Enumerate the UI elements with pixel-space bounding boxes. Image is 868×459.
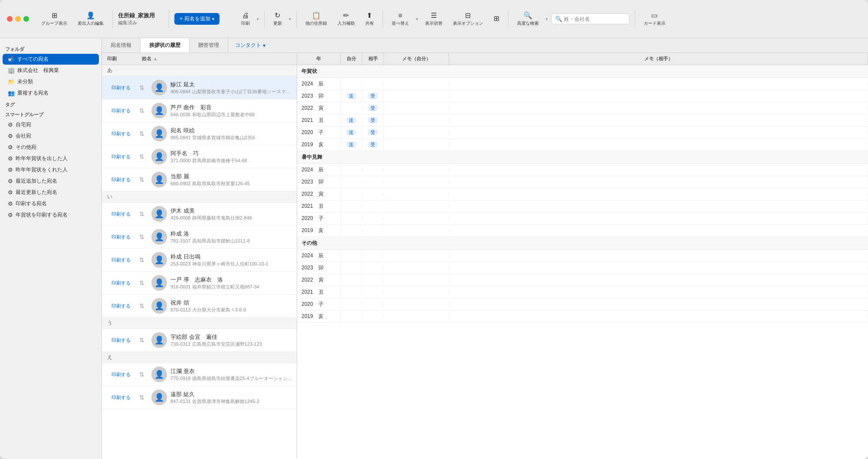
close-button[interactable] (7, 16, 13, 22)
print-btn-8[interactable]: 印刷する (106, 257, 136, 263)
memo-self-cell[interactable] (384, 168, 449, 172)
memo-other-cell[interactable] (449, 302, 868, 307)
sort-handle-8[interactable]: ⇅ (139, 256, 148, 263)
sidebar-item-all[interactable]: 📬 すべての宛名 (3, 54, 99, 65)
memo-other-cell[interactable] (449, 315, 868, 319)
display-options-button[interactable]: ⊟ 表示オプション (449, 10, 487, 28)
table-row[interactable]: 2019 亥 送 受 (297, 139, 868, 151)
memo-other-cell[interactable] (449, 192, 868, 197)
input-assist-button[interactable]: ✏ 入力補助 (334, 10, 358, 28)
sort-handle-7[interactable]: ⇅ (139, 233, 148, 240)
memo-other-cell[interactable] (449, 216, 868, 221)
table-row[interactable]: 2019 亥 (297, 311, 868, 323)
memo-other-cell[interactable] (449, 118, 868, 123)
sidebar-item-duplicate[interactable]: 👥 重複する宛名 (3, 88, 99, 98)
add-address-button[interactable]: + 宛名を追加 ▾ (174, 13, 219, 25)
print-btn-7[interactable]: 印刷する (106, 234, 136, 240)
sort-handle-9[interactable]: ⇅ (139, 279, 148, 286)
table-row[interactable]: 2021 丑 送 受 (297, 115, 868, 127)
group-display-button[interactable]: ⊞ グループ表示 (38, 10, 71, 28)
table-row[interactable]: 2021 丑 (297, 286, 868, 298)
memo-self-cell[interactable] (384, 290, 449, 295)
memo-self-cell[interactable] (384, 106, 449, 111)
contact-item-8[interactable]: 印刷する ⇅ 👤 粋成 日出鳴 253-0023 神奈川県茅ヶ崎市住人住町100… (102, 249, 297, 272)
print-btn-10[interactable]: 印刷する (106, 303, 136, 309)
tab-gift-management[interactable]: 贈答管理 (190, 38, 228, 52)
print-btn-1[interactable]: 印刷する (106, 85, 136, 91)
table-row[interactable]: 2024 辰 (297, 164, 868, 176)
sidebar-item-recently-updated[interactable]: ⚙ 最近更新した宛名 (3, 187, 99, 198)
contact-item-10[interactable]: 印刷する ⇅ 👤 祝井 頌 870-0113 大分県大分市家島々3-6-9 (102, 295, 297, 318)
fullscreen-button[interactable] (23, 16, 29, 22)
table-row[interactable]: 2024 辰 (297, 78, 868, 90)
print-btn-12[interactable]: 印刷する (106, 371, 136, 378)
sort-handle-2[interactable]: ⇅ (139, 107, 148, 114)
table-row[interactable]: 2021 丑 (297, 200, 868, 213)
contact-item-11[interactable]: 印刷する ⇅ 👤 宇絵部 会宜 遍佳 739-0311 広島県広島市安芸区瀬野1… (102, 329, 297, 352)
memo-self-cell[interactable] (384, 192, 449, 197)
print-button[interactable]: 🖨 印刷 (238, 10, 253, 28)
table-row[interactable]: 2020 子 (297, 213, 868, 225)
update-button[interactable]: ↻ 更新 (270, 10, 285, 28)
memo-other-cell[interactable] (449, 168, 868, 172)
memo-self-cell[interactable] (384, 180, 449, 184)
contact-item-4[interactable]: 印刷する ⇅ 👤 阿手名 巧 371-0000 群馬県前橋市後棟干54-68 (102, 145, 297, 168)
memo-self-cell[interactable] (384, 118, 449, 123)
sort-handle-6[interactable]: ⇅ (139, 210, 148, 217)
sidebar-item-home[interactable]: ⚙ 自宅宛 (3, 119, 99, 130)
contact-item-12[interactable]: 印刷する ⇅ 👤 江瀾 亜衣 770-0918 徳島県徳島市紺屋番染25-4ブル… (102, 363, 297, 386)
table-row[interactable]: 2023 卯 (297, 176, 868, 188)
memo-self-cell[interactable] (384, 302, 449, 307)
memo-self-cell[interactable] (384, 82, 449, 86)
minimize-button[interactable] (15, 16, 21, 22)
print-btn-5[interactable]: 印刷する (106, 177, 136, 183)
display-options-bar-button[interactable]: ⊞ 表示オプション (490, 13, 503, 25)
table-row[interactable]: 2019 亥 (297, 225, 868, 237)
card-display-button[interactable]: ▭ カード表示 (640, 10, 669, 28)
sidebar-item-other-smart[interactable]: ⚙ その他宛 (3, 142, 99, 153)
sidebar-item-newyear-print[interactable]: ⚙ 年賀状を印刷する宛名 (3, 210, 99, 220)
print-btn-9[interactable]: 印刷する (106, 280, 136, 286)
table-row[interactable]: 2023 卯 送 受 (297, 90, 868, 102)
memo-other-cell[interactable] (449, 82, 868, 86)
sidebar-item-uncategorized[interactable]: 📁 未分類 (3, 76, 99, 87)
print-btn-11[interactable]: 印刷する (106, 337, 136, 344)
contact-item-5[interactable]: 印刷する ⇅ 👤 当那 麗 680-0902 鳥取県鳥取市秋実量126-45 (102, 168, 297, 191)
memo-self-cell[interactable] (384, 266, 449, 270)
sort-handle-3[interactable]: ⇅ (139, 130, 148, 137)
print-btn-2[interactable]: 印刷する (106, 108, 136, 114)
print-btn-6[interactable]: 印刷する (106, 211, 136, 217)
sort-handle-11[interactable]: ⇅ (139, 337, 148, 344)
contact-item-2[interactable]: 印刷する ⇅ 👤 芦戸 曲作 彩音 646-0036 和歌山県田辺市上屋敷老中8… (102, 99, 297, 122)
sort-handle-4[interactable]: ⇅ (139, 153, 148, 160)
memo-other-cell[interactable] (449, 204, 868, 209)
memo-other-cell[interactable] (449, 254, 868, 258)
print-btn-3[interactable]: 印刷する (106, 131, 136, 137)
memo-self-cell[interactable] (384, 229, 449, 233)
memo-self-cell[interactable] (384, 131, 449, 135)
print-btn-4[interactable]: 印刷する (106, 154, 136, 160)
table-row[interactable]: 2022 寅 (297, 274, 868, 286)
sort-button[interactable]: ≡ 並べ替え (388, 10, 413, 28)
sort-handle-5[interactable]: ⇅ (139, 176, 148, 183)
contact-item-7[interactable]: 印刷する ⇅ 👤 粋成 洛 781-3107 高知県高知市鑓鮒山1011-8 (102, 226, 297, 249)
memo-other-cell[interactable] (449, 143, 868, 147)
tab-address-info[interactable]: 宛名情報 (102, 38, 141, 52)
memo-other-cell[interactable] (449, 131, 868, 135)
sidebar-item-print[interactable]: ⚙ 印刷する宛名 (3, 198, 99, 209)
sort-handle-1[interactable]: ⇅ (139, 84, 148, 91)
memo-self-cell[interactable] (384, 143, 449, 147)
memo-other-cell[interactable] (449, 278, 868, 282)
table-row[interactable]: 2020 子 送 受 (297, 127, 868, 139)
edit-sender-button[interactable]: 👤 差出人の編集 (74, 10, 107, 28)
sidebar-item-recently-added[interactable]: ⚙ 最近追加した宛名 (3, 176, 99, 187)
table-row[interactable]: 2022 寅 (297, 188, 868, 200)
print-btn-13[interactable]: 印刷する (106, 394, 136, 401)
sort-handle-12[interactable]: ⇅ (139, 371, 148, 378)
memo-other-cell[interactable] (449, 290, 868, 295)
memo-self-cell[interactable] (384, 254, 449, 258)
memo-self-cell[interactable] (384, 216, 449, 221)
tab-greeting-history[interactable]: 挨拶状の履歴 (141, 38, 190, 52)
memo-self-cell[interactable] (384, 278, 449, 282)
memo-self-cell[interactable] (384, 204, 449, 209)
